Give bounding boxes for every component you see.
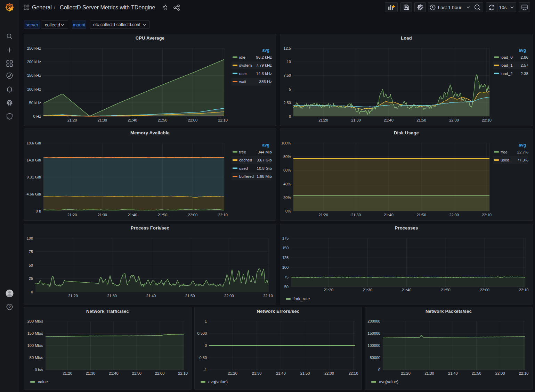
- svg-text:125: 125: [282, 256, 289, 260]
- svg-text:75: 75: [29, 250, 33, 254]
- svg-text:14.3 kHz: 14.3 kHz: [256, 72, 272, 76]
- svg-text:2.50: 2.50: [284, 101, 291, 105]
- svg-text:21:20: 21:20: [67, 213, 77, 217]
- svg-text:9.31 Gib: 9.31 Gib: [26, 175, 41, 179]
- svg-text:22:10: 22:10: [349, 371, 358, 375]
- svg-text:100 kHz: 100 kHz: [27, 87, 41, 91]
- svg-text:200 Mb/s: 200 Mb/s: [27, 319, 43, 323]
- svg-text:77.3%: 77.3%: [517, 158, 528, 162]
- svg-text:7.50: 7.50: [284, 73, 291, 77]
- svg-text:0 b/s: 0 b/s: [35, 368, 43, 372]
- svg-text:21:50: 21:50: [158, 118, 168, 122]
- svg-text:80%: 80%: [283, 155, 291, 159]
- svg-text:10: 10: [287, 60, 291, 64]
- svg-text:2.38: 2.38: [521, 72, 528, 76]
- svg-text:used: used: [501, 158, 509, 162]
- svg-text:avg(value): avg(value): [379, 380, 398, 384]
- svg-text:avg: avg: [519, 143, 526, 148]
- svg-text:1: 1: [205, 319, 207, 323]
- svg-text:100%: 100%: [281, 141, 291, 145]
- svg-text:10.8 Gib: 10.8 Gib: [257, 166, 272, 170]
- svg-text:0: 0: [289, 114, 291, 118]
- svg-text:2.57: 2.57: [521, 63, 528, 67]
- svg-text:21:40: 21:40: [146, 294, 156, 298]
- svg-text:21:50: 21:50: [472, 371, 481, 375]
- svg-text:22:10: 22:10: [482, 213, 492, 217]
- svg-text:21:20: 21:20: [318, 213, 328, 217]
- svg-text:-1: -1: [203, 368, 207, 372]
- svg-text:22:00: 22:00: [188, 118, 198, 122]
- svg-text:load_1: load_1: [501, 63, 513, 67]
- svg-text:0: 0: [378, 368, 380, 372]
- svg-text:96.2 kHz: 96.2 kHz: [256, 55, 272, 59]
- svg-text:avg(value): avg(value): [208, 380, 228, 384]
- svg-text:100 Mb/s: 100 Mb/s: [27, 343, 43, 348]
- svg-text:21:30: 21:30: [424, 371, 434, 375]
- svg-text:20%: 20%: [283, 195, 291, 200]
- svg-text:21:20: 21:20: [318, 118, 328, 122]
- svg-text:22:10: 22:10: [178, 371, 188, 375]
- svg-text:21:30: 21:30: [86, 371, 96, 375]
- svg-text:21:40: 21:40: [402, 288, 412, 292]
- svg-text:user: user: [239, 72, 247, 76]
- svg-text:22.7%: 22.7%: [517, 150, 528, 154]
- svg-text:150000: 150000: [367, 331, 380, 335]
- svg-text:5: 5: [289, 87, 291, 91]
- svg-text:21:20: 21:20: [68, 294, 78, 298]
- svg-text:40%: 40%: [283, 182, 291, 186]
- svg-text:21:40: 21:40: [384, 118, 394, 122]
- svg-text:22:00: 22:00: [449, 118, 459, 122]
- svg-text:avg: avg: [519, 48, 526, 53]
- svg-text:?: ?: [8, 305, 11, 309]
- svg-text:free: free: [501, 150, 508, 154]
- svg-text:100: 100: [282, 265, 289, 269]
- svg-text:0%: 0%: [285, 209, 291, 213]
- svg-text:14.0 Gib: 14.0 Gib: [26, 158, 41, 162]
- svg-text:200000: 200000: [367, 319, 380, 323]
- svg-text:250 kHz: 250 kHz: [27, 46, 41, 50]
- svg-text:75: 75: [284, 275, 289, 279]
- svg-text:50 Mb/s: 50 Mb/s: [30, 356, 43, 360]
- svg-text:0: 0: [205, 343, 207, 348]
- svg-text:system: system: [239, 63, 252, 67]
- svg-text:7.79 kHz: 7.79 kHz: [256, 63, 272, 67]
- svg-text:21:20: 21:20: [401, 371, 411, 375]
- svg-text:21:30: 21:30: [97, 118, 107, 122]
- svg-text:wait: wait: [239, 80, 246, 84]
- svg-text:21:40: 21:40: [276, 371, 286, 375]
- svg-text:22:10: 22:10: [218, 213, 228, 217]
- svg-text:21:40: 21:40: [384, 213, 394, 217]
- svg-text:12.5: 12.5: [284, 46, 291, 50]
- svg-text:100000: 100000: [367, 343, 380, 348]
- svg-text:1.68 Mib: 1.68 Mib: [257, 174, 272, 178]
- svg-text:idle: idle: [239, 55, 245, 59]
- svg-text:150 kHz: 150 kHz: [27, 73, 41, 77]
- svg-text:21:20: 21:20: [67, 118, 77, 122]
- svg-text:21:50: 21:50: [416, 213, 426, 217]
- svg-text:344 Mib: 344 Mib: [258, 150, 272, 154]
- svg-text:50: 50: [29, 263, 33, 267]
- svg-text:22:00: 22:00: [480, 288, 489, 292]
- svg-text:value: value: [38, 380, 48, 384]
- svg-text:load_2: load_2: [501, 72, 513, 76]
- svg-text:21:50: 21:50: [158, 213, 168, 217]
- svg-text:CollectD Server Metrics with T: CollectD Server Metrics with TDengine: [60, 5, 155, 10]
- svg-text:200 kHz: 200 kHz: [27, 60, 41, 64]
- svg-text:21:30: 21:30: [97, 213, 107, 217]
- svg-text:21:20: 21:20: [324, 288, 333, 292]
- svg-text:General: General: [32, 5, 52, 10]
- svg-text:-0.50: -0.50: [198, 356, 207, 360]
- svg-text:21:30: 21:30: [107, 294, 117, 298]
- svg-text:175: 175: [282, 236, 289, 240]
- svg-text:21:30: 21:30: [252, 371, 262, 375]
- svg-text:4.66 Gib: 4.66 Gib: [26, 192, 41, 196]
- svg-text:25: 25: [29, 276, 33, 281]
- svg-text:22:00: 22:00: [188, 213, 198, 217]
- svg-text:free: free: [239, 150, 246, 154]
- svg-text:buffered: buffered: [239, 174, 254, 178]
- svg-text:150 Mb/s: 150 Mb/s: [27, 331, 43, 335]
- svg-text:21:50: 21:50: [416, 118, 426, 122]
- svg-text:150: 150: [282, 246, 289, 250]
- svg-text:60%: 60%: [283, 168, 291, 172]
- svg-text:50: 50: [284, 285, 289, 289]
